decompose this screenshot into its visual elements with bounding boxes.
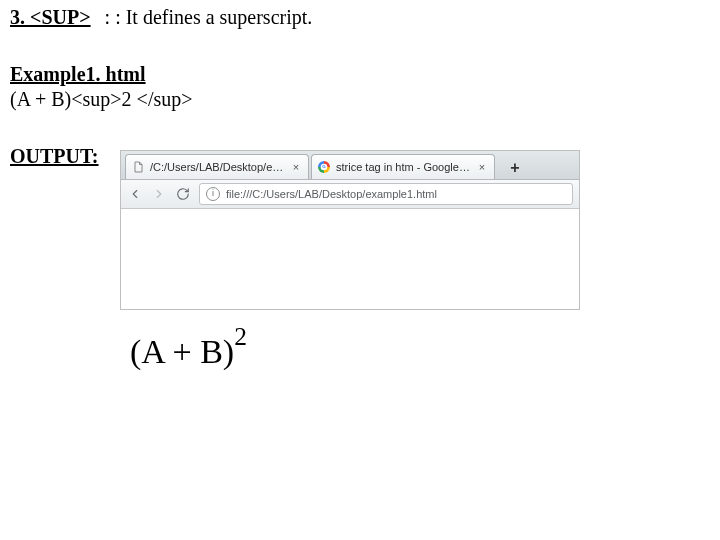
tab-title: /C:/Users/LAB/Desktop/example1: [150, 161, 284, 173]
url-text: file:///C:/Users/LAB/Desktop/example1.ht…: [226, 188, 437, 200]
page-viewport: [121, 209, 579, 309]
tag-heading: 3. <SUP>: [10, 6, 91, 29]
tab-title: strice tag in htm - Google Se: [336, 161, 470, 173]
browser-window: /C:/Users/LAB/Desktop/example1 × strice …: [120, 150, 580, 310]
new-tab-button[interactable]: +: [503, 157, 527, 179]
info-icon[interactable]: i: [206, 187, 220, 201]
rendered-output: (A + B)2: [130, 328, 710, 371]
heading-row: 3. <SUP> : : It defines a superscript.: [10, 6, 710, 29]
forward-button[interactable]: [151, 186, 167, 202]
example-code: (A + B)<sup>2 </sup>: [10, 88, 710, 111]
close-icon[interactable]: ×: [290, 161, 302, 173]
address-bar: i file:///C:/Users/LAB/Desktop/example1.…: [121, 180, 579, 209]
browser-tab-google[interactable]: strice tag in htm - Google Se ×: [311, 154, 495, 179]
example-heading: Example1. html: [10, 63, 710, 86]
file-icon: [132, 161, 144, 173]
tag-definition: : : It defines a superscript.: [105, 6, 313, 29]
back-button[interactable]: [127, 186, 143, 202]
reload-button[interactable]: [175, 186, 191, 202]
tab-strip: /C:/Users/LAB/Desktop/example1 × strice …: [121, 151, 579, 180]
rendered-base: (A + B): [130, 333, 234, 370]
google-icon: [318, 161, 330, 173]
close-icon[interactable]: ×: [476, 161, 488, 173]
browser-tab-file[interactable]: /C:/Users/LAB/Desktop/example1 ×: [125, 154, 309, 179]
url-field[interactable]: i file:///C:/Users/LAB/Desktop/example1.…: [199, 183, 573, 205]
rendered-superscript: 2: [234, 322, 247, 351]
